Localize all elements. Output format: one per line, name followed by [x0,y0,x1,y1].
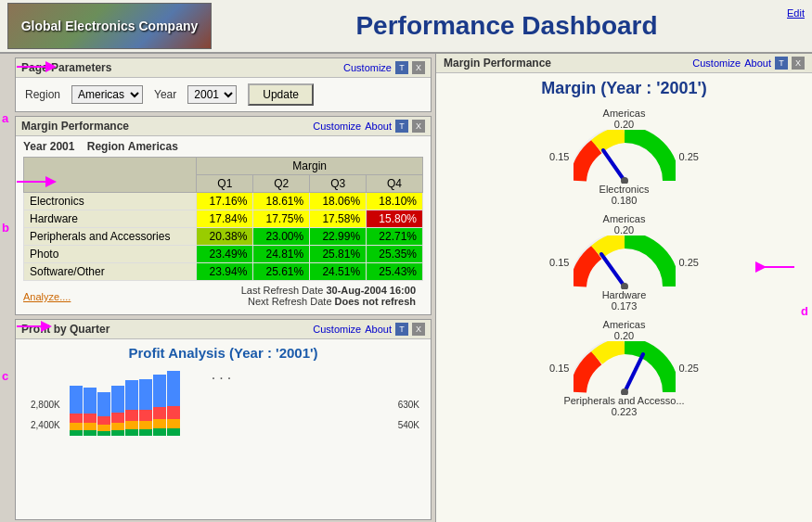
gauge-right-3: 0.25 [679,363,699,374]
gauge-left-3: 0.15 [549,363,569,374]
svg-line-2 [601,254,625,286]
svg-line-4 [625,354,643,392]
annotation-a: a [2,111,8,125]
table-cell-q1: 20.38% [197,228,253,246]
page-params-widget: Page Parameters Customize T X Region Ame… [15,57,432,112]
region-select[interactable]: Americas Europe Asia [71,85,143,104]
margin-perf-controls: Customize About T X [313,120,425,133]
margin-perf-title: Margin Performance [21,120,129,133]
gauge-left-1: 0.15 [549,151,569,162]
margin-x-icon[interactable]: X [412,120,425,133]
annotation-d: d [801,304,808,318]
table-cell-q2: 17.75% [253,210,310,228]
profit-about[interactable]: About [365,324,392,335]
right-panel-controls: Customize About T X [692,57,805,70]
right-t-icon[interactable]: T [775,57,788,70]
gauge-svg-2 [574,236,676,289]
annotation-b: b [2,221,9,235]
page-params-x-icon[interactable]: X [412,61,425,74]
margin-t-icon[interactable]: T [395,120,408,133]
table-row: Photo 23.49% 24.81% 25.81% 25.35% [24,246,423,263]
margin-region-value: Americas [128,140,178,153]
gauge-svg-1 [574,130,676,184]
table-cell-q2: 23.00% [253,228,310,246]
table-cell-q3: 25.81% [310,246,367,263]
last-refresh-label: Last Refresh Date [241,285,324,296]
table-cell-cat: Hardware [24,210,197,228]
table-cell-cat: Peripherals and Accessories [24,228,197,246]
table-cell-q4: 22.71% [367,228,423,246]
margin-customize[interactable]: Customize [313,121,361,132]
profit-header: Profit by Quarter Customize About T X [16,320,431,339]
right-widget-header: Margin Performance Customize About T X [436,54,812,73]
table-cat-header [24,158,197,193]
page-params-controls: Customize T X [343,61,425,74]
table-cell-cat: Photo [24,246,197,263]
next-refresh-value: Does not refresh [335,296,416,307]
table-cell-q3: 22.99% [310,228,367,246]
page-params-title: Page Parameters [21,61,111,74]
gauge-americas-label-3: Americas [603,319,646,330]
right-chart-title: Margin (Year : '2001') [436,73,812,104]
page-params-customize[interactable]: Customize [343,62,392,73]
gauge-svg-3 [574,341,676,395]
table-row: Peripherals and Accessories 20.38% 23.00… [24,228,423,246]
table-cell-q4: 15.80% [367,210,423,228]
page-params-t-icon[interactable]: T [395,61,408,74]
table-cell-q4: 18.10% [367,193,423,210]
annotation-c: c [2,369,8,383]
gauge-americas-label-1: Americas [603,108,646,119]
next-refresh-label: Next Refresh Date [248,296,331,307]
col-q4: Q4 [367,175,423,193]
right-x-icon[interactable]: X [792,57,805,70]
profit-controls: Customize About T X [313,323,425,336]
table-cell-q2: 18.61% [253,193,310,210]
profit-t-icon[interactable]: T [395,323,408,336]
table-cell-cat: Software/Other [24,263,197,281]
margin-about[interactable]: About [365,121,392,132]
margin-perf-widget: Margin Performance Customize About T X Y… [15,116,432,315]
gauge-electronics: Americas 0.20 0.15 [444,108,805,206]
profit-customize[interactable]: Customize [313,324,361,335]
year-select[interactable]: 2000 2001 2002 2003 [187,85,237,104]
gauge-right-2: 0.25 [679,257,699,268]
table-cell-q4: 25.43% [367,263,423,281]
gauge-americas-label-2: Americas [603,213,646,224]
right-panel-title: Margin Performance [444,57,551,70]
company-logo: Global Electronics Company [7,3,212,49]
margin-table: Margin Q1 Q2 Q3 Q4 Electronics 17.16% 18… [23,157,423,281]
right-customize[interactable]: Customize [692,57,741,69]
table-cell-q1: 17.16% [197,193,253,210]
analyze-link[interactable]: Analyze.... [23,291,71,302]
margin-perf-header: Margin Performance Customize About T X [16,117,431,136]
gauges-area: Americas 0.20 0.15 [436,104,812,522]
header: Global Electronics Company Performance D… [0,0,812,54]
margin-year-value: 2001 [50,140,75,153]
margin-year-label: Year [23,140,46,153]
table-cell-q2: 25.61% [253,263,310,281]
gauge-peripherals: Americas 0.20 0.15 0.25 [444,319,805,417]
gauge-product-value-2: 0.173 [612,300,638,312]
table-row: Electronics 17.16% 18.61% 18.06% 18.10% [24,193,423,210]
col-q2: Q2 [253,175,310,193]
profit-x-icon[interactable]: X [412,323,425,336]
right-about[interactable]: About [744,57,771,69]
gauge-left-2: 0.15 [549,257,569,268]
table-margin-header: Margin [197,158,423,175]
edit-link[interactable]: Edit [787,7,805,19]
table-cell-q1: 23.94% [197,263,253,281]
gauge-product-1: Electronics [599,184,650,195]
gauge-hardware: Americas 0.20 0.15 0.25 [444,213,805,312]
update-button[interactable]: Update [248,83,314,106]
table-cell-q2: 24.81% [253,246,310,263]
profit-title: Profit by Quarter [21,323,110,336]
table-cell-q4: 25.35% [367,246,423,263]
gauge-product-3: Peripherals and Accesso... [563,395,684,406]
profit-chart-title: Profit Analysis (Year : '2001') [16,339,431,363]
table-cell-cat: Electronics [24,193,197,210]
gauge-americas-value-2: 0.20 [614,224,634,236]
year-label: Year [154,88,176,101]
gauge-product-2: Hardware [602,289,647,300]
page-params-header: Page Parameters Customize T X [16,58,431,78]
refresh-info: Last Refresh Date 30-Aug-2004 16:00 Next… [234,283,423,311]
